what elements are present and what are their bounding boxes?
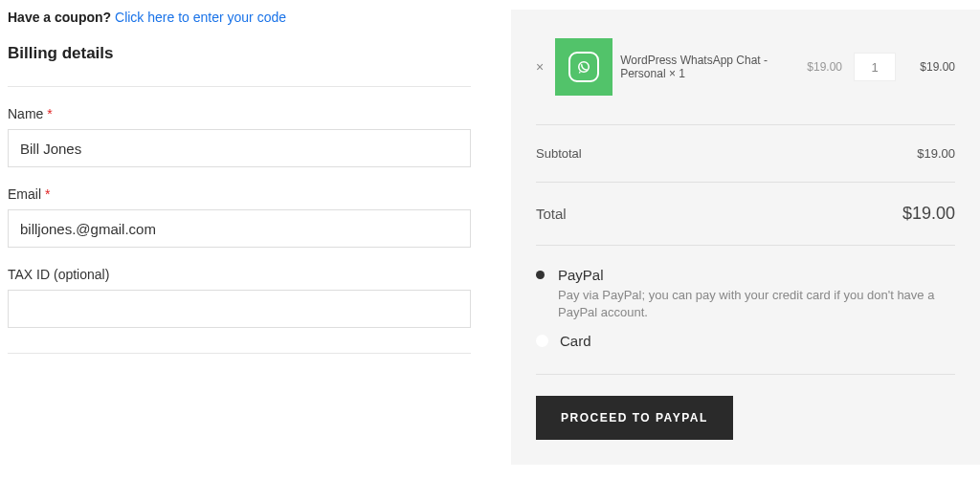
paypal-label: PayPal — [558, 267, 604, 283]
email-label-text: Email — [8, 186, 41, 202]
total-value: $19.00 — [902, 204, 955, 224]
whatsapp-icon — [568, 52, 599, 82]
order-summary: × WordPress WhatsApp Chat - Personal × 1… — [511, 10, 980, 465]
subtotal-row: Subtotal $19.00 — [536, 125, 955, 183]
required-marker: * — [47, 106, 52, 121]
cart-item-row: × WordPress WhatsApp Chat - Personal × 1… — [536, 38, 955, 125]
email-field-group: Email * — [8, 186, 471, 248]
radio-selected-icon — [536, 271, 545, 279]
name-field-group: Name * — [8, 106, 471, 167]
card-label: Card — [560, 333, 591, 349]
unit-price: $19.00 — [807, 60, 842, 74]
billing-details-heading: Billing details — [8, 44, 471, 87]
taxid-input[interactable] — [8, 290, 471, 328]
coupon-link[interactable]: Click here to enter your code — [115, 10, 286, 25]
email-label: Email * — [8, 186, 471, 202]
payment-option-paypal[interactable]: PayPal — [536, 267, 955, 283]
paypal-description: Pay via PayPal; you can pay with your cr… — [558, 287, 955, 321]
email-input[interactable] — [8, 209, 471, 248]
name-input[interactable] — [8, 129, 471, 167]
subtotal-value: $19.00 — [917, 146, 955, 161]
name-label-text: Name — [8, 106, 43, 121]
total-row: Total $19.00 — [536, 183, 955, 246]
divider — [8, 353, 471, 354]
name-label: Name * — [8, 106, 471, 121]
payment-methods: PayPal Pay via PayPal; you can pay with … — [536, 246, 955, 375]
product-thumbnail — [555, 38, 612, 96]
taxid-field-group: TAX ID (optional) — [8, 267, 471, 328]
taxid-label: TAX ID (optional) — [8, 267, 471, 282]
coupon-label: Have a coupon? — [8, 10, 111, 25]
proceed-to-paypal-button[interactable]: PROCEED TO PAYPAL — [536, 396, 733, 440]
required-marker: * — [45, 186, 50, 202]
line-total: $19.00 — [909, 60, 955, 74]
remove-item-button[interactable]: × — [536, 59, 544, 75]
payment-option-card[interactable]: Card — [536, 333, 955, 349]
total-label: Total — [536, 206, 567, 222]
subtotal-label: Subtotal — [536, 146, 582, 161]
coupon-notice: Have a coupon? Click here to enter your … — [8, 10, 471, 25]
radio-unselected-icon — [536, 335, 548, 347]
product-name: WordPress WhatsApp Chat - Personal × 1 — [620, 54, 795, 80]
quantity-input[interactable] — [854, 53, 896, 81]
